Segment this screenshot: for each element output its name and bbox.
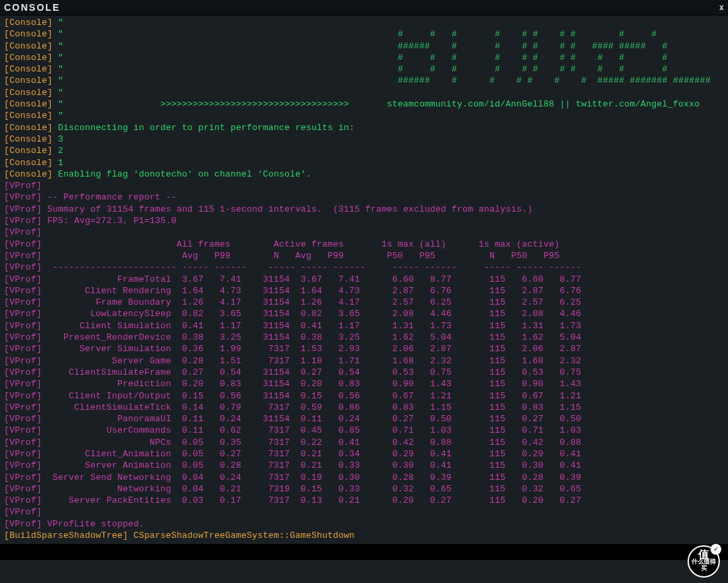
console-line: [VProf] Server Simulation 0.36 1.99 7317…	[4, 343, 724, 355]
console-line: [Console] " # # # # # # # # # # #	[4, 63, 724, 75]
console-line: [Console] " # # # # # # # # # # #	[4, 52, 724, 63]
console-line: [Console] Enabling flag 'donotecho' on c…	[4, 168, 724, 180]
console-line: [VProf]	[4, 226, 724, 238]
console-line: [VProf] -- Performance report --	[4, 191, 724, 203]
watermark-badge: 值 什么值得买 ✓	[688, 545, 720, 578]
console-line: [VProf] LowLatencySleep 0.82 3.65 31154 …	[4, 308, 724, 319]
console-line: [VProf] Summary of 31154 frames and 115 …	[4, 204, 724, 215]
console-line: [VProf] Server PackEntities 0.03 0.17 73…	[4, 495, 724, 506]
console-line: [BuildSparseShadowTree] CSparseShadowTre…	[4, 530, 724, 541]
console-line: [VProf] PanoramaUI 0.11 0.24 31154 0.11 …	[4, 413, 724, 425]
console-line: [Console] " # # # # # # # # # #	[4, 28, 724, 40]
console-line: [Console] 2	[4, 145, 724, 156]
close-icon[interactable]: x	[719, 0, 724, 15]
console-line: [VProf] UserCommands 0.11 0.62 7317 0.45…	[4, 425, 724, 436]
console-line: [VProf] Server Game 0.28 1.51 7317 1.18 …	[4, 355, 724, 367]
console-line: [VProf] FrameTotal 3.67 7.41 31154 3.67 …	[4, 274, 724, 285]
window-titlebar: CONSOLE x	[0, 0, 728, 16]
console-line: [Console] "	[4, 17, 724, 28]
console-output: [Console] "[Console] " # # # # # # # # #…	[0, 16, 728, 541]
console-line: [VProf] Client Simulation 0.41 1.17 3115…	[4, 320, 724, 332]
console-line: [VProf] Avg P99 N Avg P99 P50 P95 N P50 …	[4, 250, 724, 262]
console-line: [VProf] NPCs 0.05 0.35 7317 0.22 0.41 0.…	[4, 437, 724, 448]
console-line: [VProf] FPS: Avg=272.3, P1=135.0	[4, 215, 724, 226]
console-line: [Console] Disconnecting in order to prin…	[4, 122, 724, 133]
check-icon: ✓	[710, 544, 721, 555]
console-line: [Console] " ###### # # # # # # ##### ###…	[4, 75, 724, 86]
console-line: [VProf] Frame Boundary 1.26 4.17 31154 1…	[4, 297, 724, 308]
console-line: [VProf] VProfLite stopped.	[4, 518, 724, 530]
console-line: [VProf] Server Send Networking 0.04 0.24…	[4, 472, 724, 483]
console-line: [Console] " >>>>>>>>>>>>>>>>>>>>>>>>>>>>…	[4, 98, 724, 110]
console-line: [VProf] Networking 0.04 0.21 7319 0.15 0…	[4, 483, 724, 495]
console-line: [VProf] ----------------------- ----- --…	[4, 262, 724, 273]
console-line: [VProf] ClientSimulateFrame 0.27 0.54 31…	[4, 367, 724, 378]
console-line: [VProf] Client_Animation 0.05 0.27 7317 …	[4, 448, 724, 460]
console-line: [VProf] Client Input/Output 0.15 0.56 31…	[4, 390, 724, 402]
console-line: [VProf] ClientSimulateTick 0.14 0.79 731…	[4, 402, 724, 413]
console-line: [Console] " ###### # # # # # # #### ####…	[4, 40, 724, 52]
console-line: [Console] 3	[4, 133, 724, 145]
console-line: [VProf] Present_RenderDevice 0.38 3.25 3…	[4, 332, 724, 343]
console-line: [Console] "	[4, 110, 724, 121]
console-line: [VProf]	[4, 506, 724, 518]
console-line: [VProf] All frames Active frames 1s max …	[4, 239, 724, 250]
console-line: [VProf] Prediction 0.20 0.83 31154 0.20 …	[4, 378, 724, 390]
console-line: [VProf]	[4, 180, 724, 191]
console-line: [VProf] Server Animation 0.05 0.28 7317 …	[4, 460, 724, 471]
console-input[interactable]	[0, 544, 728, 560]
window-title: CONSOLE	[4, 0, 60, 15]
console-line: [Console] "	[4, 87, 724, 98]
console-line: [VProf] Client Rendering 1.64 4.73 31154…	[4, 285, 724, 297]
console-line: [Console] 1	[4, 157, 724, 168]
